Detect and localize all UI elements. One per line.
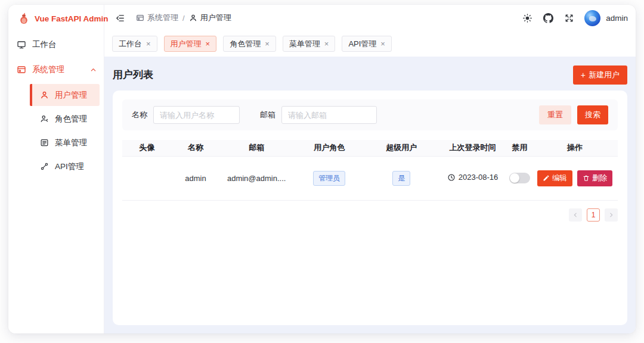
users-table: 头像 名称 邮箱 用户角色 超级用户 上次登录时间 禁用 操作 <box>122 140 618 201</box>
cell-role: 管理员 <box>294 156 366 200</box>
sidebar: Vue FastAPI Admin 工作台 系统管理 用户管理 <box>8 5 104 333</box>
new-user-button[interactable]: + 新建用户 <box>573 66 627 85</box>
sidebar-item-label: API管理 <box>55 161 84 172</box>
topbar-actions: admin <box>519 10 628 26</box>
monitor-icon <box>17 40 26 49</box>
table-card: 名称 邮箱 重置 搜索 <box>113 91 627 325</box>
close-icon[interactable]: × <box>146 40 151 48</box>
chevron-left-icon <box>572 212 578 218</box>
tab-role-management[interactable]: 角色管理 × <box>223 36 276 52</box>
table-header-row: 头像 名称 邮箱 用户角色 超级用户 上次登录时间 禁用 操作 <box>122 140 618 156</box>
sidebar-item-user-management[interactable]: 用户管理 <box>30 84 100 106</box>
page-content: 用户列表 + 新建用户 名称 邮箱 重置 搜索 <box>104 57 636 333</box>
app-window: Vue FastAPI Admin 工作台 系统管理 用户管理 <box>8 5 636 333</box>
user-icon <box>189 14 197 22</box>
user-icon <box>40 91 49 99</box>
col-superuser: 超级用户 <box>365 140 438 156</box>
system-window-icon <box>136 14 144 22</box>
tab-api-management[interactable]: API管理 × <box>342 36 392 52</box>
cell-disabled <box>507 156 532 200</box>
col-last-login: 上次登录时间 <box>438 140 507 156</box>
main-area: 系统管理 / 用户管理 <box>104 5 636 333</box>
breadcrumb-item-users[interactable]: 用户管理 <box>189 13 231 23</box>
tab-workbench[interactable]: 工作台 × <box>112 36 157 52</box>
col-disabled: 禁用 <box>507 140 532 156</box>
disabled-toggle[interactable] <box>509 173 530 183</box>
cell-actions: 编辑 删除 <box>532 156 618 200</box>
app-title: Vue FastAPI Admin <box>35 14 109 23</box>
page-header: 用户列表 + 新建用户 <box>113 62 627 88</box>
sidebar-item-api-management[interactable]: API管理 <box>30 155 100 177</box>
table-row: admin admin@admin.... 管理员 是 <box>122 156 618 200</box>
sidebar-item-role-management[interactable]: 角色管理 <box>30 108 100 130</box>
breadcrumb-separator: / <box>182 14 185 23</box>
prev-page-button[interactable] <box>569 208 582 222</box>
close-icon[interactable]: × <box>206 40 210 48</box>
delete-button[interactable]: 删除 <box>577 170 612 186</box>
col-actions: 操作 <box>532 140 618 156</box>
search-actions: 重置 搜索 <box>539 105 608 124</box>
edit-button[interactable]: 编辑 <box>537 170 572 186</box>
breadcrumb-item-system[interactable]: 系统管理 <box>136 13 178 23</box>
close-icon[interactable]: × <box>265 40 270 48</box>
tab-menu-management[interactable]: 菜单管理 × <box>283 36 336 52</box>
sidebar-item-label: 角色管理 <box>55 114 87 124</box>
app-logo[interactable]: Vue FastAPI Admin <box>8 5 104 32</box>
fullscreen-icon[interactable] <box>561 10 577 26</box>
sidebar-item-label: 菜单管理 <box>55 138 87 148</box>
col-role: 用户角色 <box>294 140 366 156</box>
plus-icon: + <box>581 71 586 79</box>
col-email: 邮箱 <box>219 140 294 156</box>
system-window-icon <box>17 65 26 74</box>
pencil-icon <box>543 174 550 182</box>
name-input[interactable] <box>153 106 240 124</box>
next-page-button[interactable] <box>605 208 618 222</box>
menu-list-icon <box>40 138 49 147</box>
sidebar-item-label: 系统管理 <box>32 64 64 75</box>
pagination: 1 <box>122 208 618 222</box>
search-button[interactable]: 搜索 <box>577 105 608 124</box>
chevron-right-icon <box>608 212 614 218</box>
tab-user-management[interactable]: 用户管理 × <box>164 36 217 52</box>
cell-last-login: 2023-08-16 <box>438 156 507 200</box>
search-panel: 名称 邮箱 重置 搜索 <box>122 99 618 130</box>
sidebar-item-label: 工作台 <box>32 39 57 50</box>
reset-button[interactable]: 重置 <box>539 105 571 124</box>
tab-bar: 工作台 × 用户管理 × 角色管理 × 菜单管理 × API管理 × <box>104 31 636 57</box>
page-number-1[interactable]: 1 <box>587 208 600 222</box>
theme-toggle-icon[interactable] <box>519 10 535 26</box>
col-name: 名称 <box>172 140 219 156</box>
close-icon[interactable]: × <box>324 40 329 48</box>
collapse-sidebar-icon[interactable] <box>112 10 128 26</box>
superuser-tag: 是 <box>392 171 410 186</box>
role-tag: 管理员 <box>313 171 345 186</box>
sidebar-item-system[interactable]: 系统管理 <box>8 57 104 82</box>
email-field-label: 邮箱 <box>260 110 275 120</box>
cell-avatar <box>122 156 172 200</box>
role-user-icon <box>40 114 49 123</box>
sidebar-item-workbench[interactable]: 工作台 <box>8 32 104 57</box>
chicken-logo-icon <box>18 13 30 24</box>
name-field-label: 名称 <box>132 110 147 120</box>
cell-email: admin@admin.... <box>219 156 294 200</box>
trash-icon <box>583 174 590 182</box>
clock-icon <box>447 173 456 182</box>
api-link-icon <box>40 162 49 171</box>
username-label[interactable]: admin <box>606 14 628 23</box>
cell-name: admin <box>172 156 219 200</box>
top-bar: 系统管理 / 用户管理 <box>104 5 636 31</box>
user-avatar[interactable] <box>584 10 600 26</box>
sidebar-item-label: 用户管理 <box>55 90 87 101</box>
cell-superuser: 是 <box>365 156 438 200</box>
chevron-up-icon <box>90 67 97 73</box>
email-input[interactable] <box>281 106 377 124</box>
sidebar-item-menu-management[interactable]: 菜单管理 <box>30 132 100 154</box>
breadcrumb: 系统管理 / 用户管理 <box>136 13 231 23</box>
col-avatar: 头像 <box>122 140 172 156</box>
github-icon[interactable] <box>540 10 556 26</box>
close-icon[interactable]: × <box>380 40 385 48</box>
page-title: 用户列表 <box>113 68 153 82</box>
